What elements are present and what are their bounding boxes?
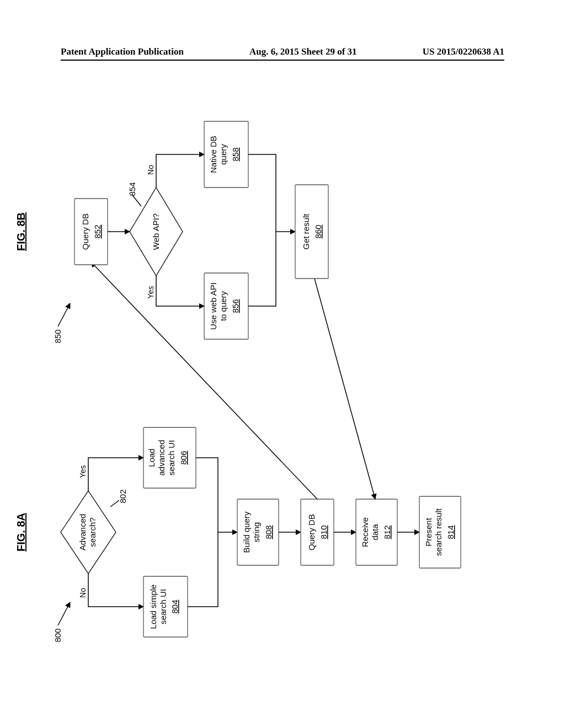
box-build-query-string: Build query string 808 xyxy=(237,499,279,565)
svg-text:Query DB: Query DB xyxy=(307,514,316,550)
svg-text:Present: Present xyxy=(424,517,433,547)
svg-text:Query DB: Query DB xyxy=(81,213,90,250)
svg-text:search UI: search UI xyxy=(158,589,168,624)
merge-left xyxy=(188,532,218,607)
svg-text:814: 814 xyxy=(446,525,455,539)
box-query-db-852: Query DB 852 xyxy=(74,199,108,265)
header-right: US 2015/0220638 A1 xyxy=(423,46,504,57)
fig8a-title: FIG. 8A xyxy=(15,513,27,552)
svg-text:Get result: Get result xyxy=(301,213,311,250)
svg-rect-40 xyxy=(295,185,328,279)
decision-advanced-search: Advanced search? xyxy=(61,491,116,574)
merge-858 xyxy=(248,154,276,232)
box-receive-data: Receive data 812 xyxy=(356,499,397,565)
svg-text:Build query: Build query xyxy=(242,511,251,553)
decision-854-leader xyxy=(132,195,141,206)
header-left: Patent Application Publication xyxy=(61,46,184,57)
svg-text:to query: to query xyxy=(218,291,228,321)
arrow-854-no xyxy=(156,154,204,188)
svg-text:856: 856 xyxy=(231,299,240,313)
svg-text:data: data xyxy=(370,524,380,540)
svg-text:search?: search? xyxy=(88,517,97,547)
svg-text:808: 808 xyxy=(264,525,273,539)
arrow-yes xyxy=(88,458,143,491)
svg-text:Native DB: Native DB xyxy=(209,136,218,173)
svg-text:810: 810 xyxy=(319,525,328,539)
edge-label-no: No xyxy=(78,588,87,598)
arrow-854-yes xyxy=(156,276,204,306)
header-divider xyxy=(61,60,504,61)
svg-text:search UI: search UI xyxy=(167,440,176,475)
fig8b-title: FIG. 8B xyxy=(15,212,27,251)
edge-label-yes-854: Yes xyxy=(146,286,155,299)
box-native-db-query: Native DB query 858 xyxy=(204,121,248,188)
decision-802-refnum: 802 xyxy=(118,489,127,503)
box-load-advanced-ui: Load advanced search UI 806 xyxy=(143,427,196,488)
page-header: Patent Application Publication Aug. 6, 2… xyxy=(0,46,565,57)
arrow-860-to-812 xyxy=(315,279,375,499)
svg-text:Load: Load xyxy=(147,448,156,467)
edge-label-no-854: No xyxy=(146,165,155,175)
fig8b-refnum: 850 xyxy=(53,329,62,343)
merge-right xyxy=(196,458,218,532)
box-query-db-810: Query DB 810 xyxy=(301,499,334,565)
svg-text:Advanced: Advanced xyxy=(78,514,87,551)
svg-text:query: query xyxy=(218,144,228,165)
svg-text:806: 806 xyxy=(179,451,188,464)
box-use-web-api: Use web API to query 856 xyxy=(204,273,248,339)
merge-856 xyxy=(248,232,276,306)
svg-text:Web API?: Web API? xyxy=(151,213,161,250)
svg-text:Receive: Receive xyxy=(360,517,370,547)
edge-label-yes: Yes xyxy=(78,465,87,478)
svg-text:search result: search result xyxy=(434,508,443,556)
fig8b-ref-arrow xyxy=(58,303,70,326)
svg-text:858: 858 xyxy=(231,147,240,161)
svg-text:advanced: advanced xyxy=(157,440,166,475)
flowchart-diagram: FIG. 8A 800 Advanced search? 802 No Yes … xyxy=(0,88,565,667)
svg-text:860: 860 xyxy=(313,224,323,238)
header-center: Aug. 6, 2015 Sheet 29 of 31 xyxy=(249,46,357,57)
svg-rect-16 xyxy=(301,499,334,565)
svg-text:804: 804 xyxy=(170,599,179,613)
svg-rect-27 xyxy=(74,199,108,265)
decision-web-api: Web API? xyxy=(130,188,183,276)
svg-text:string: string xyxy=(252,522,261,543)
svg-text:Use web API: Use web API xyxy=(209,282,218,330)
box-get-result: Get result 860 xyxy=(295,185,328,279)
arrow-no xyxy=(88,574,143,607)
svg-text:812: 812 xyxy=(382,525,392,539)
box-load-simple-ui: Load simple search UI 804 xyxy=(143,576,188,637)
fig8a-ref-arrow xyxy=(58,602,70,625)
decision-854-refnum: 854 xyxy=(127,182,137,196)
box-present-result: Present search result 814 xyxy=(419,496,461,568)
svg-text:852: 852 xyxy=(93,224,102,238)
fig8a-refnum: 800 xyxy=(53,628,62,642)
svg-text:Load simple: Load simple xyxy=(148,585,158,629)
